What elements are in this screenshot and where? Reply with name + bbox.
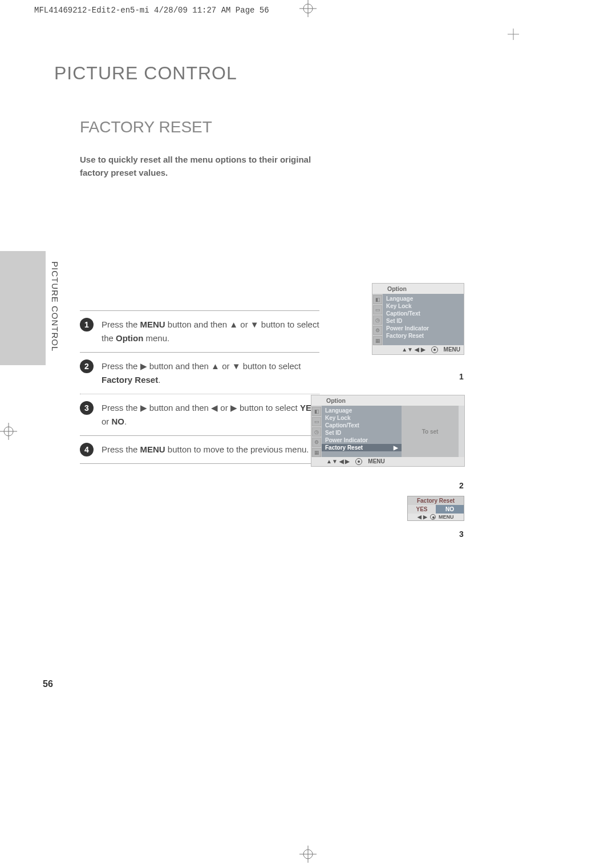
- osd-item: Power Indicator: [383, 325, 464, 332]
- enter-icon: [430, 514, 436, 520]
- osd-title: Option: [311, 395, 464, 406]
- osd-item: Language: [322, 407, 402, 414]
- time-icon: ◷: [312, 427, 321, 436]
- step-bullet: 1: [80, 318, 94, 332]
- osd-item: Factory Reset: [383, 332, 464, 339]
- intro-text: Use to quickly reset all the menu option…: [80, 153, 319, 179]
- osd-title: Option: [372, 284, 464, 294]
- osd-item-selected: Factory Reset▶: [322, 444, 402, 451]
- step-text: Press the MENU button and then ▲ or ▼ bu…: [102, 318, 319, 345]
- confirm-no-selected: NO: [436, 505, 464, 514]
- osd-item: Set ID: [383, 317, 464, 325]
- confirm-nav: ◀ ▶ MENU: [408, 514, 464, 520]
- step-bullet: 4: [80, 443, 94, 456]
- crop-mark-right-icon: [508, 29, 519, 42]
- osd-item: Key Lock: [383, 302, 464, 310]
- screen-icon: ▭: [373, 305, 382, 314]
- step-1: 1 Press the MENU button and then ▲ or ▼ …: [80, 310, 319, 352]
- confirm-title: Factory Reset: [408, 496, 464, 505]
- osd-nav-hints: ▲▼ ◀ ▶ MENU: [311, 457, 464, 466]
- osd-screenshot-1: Option ◧ ▭ ◷ ⚙ ▦ Language Key Lock Capti…: [372, 283, 464, 355]
- step-2: 2 Press the ▶ button and then ▲ or ▼ but…: [80, 352, 319, 394]
- step-text: Press the ▶ button and then ◀ or ▶ butto…: [102, 401, 319, 429]
- step-bullet: 2: [80, 359, 94, 373]
- chevron-right-icon: ▶: [394, 444, 398, 451]
- screen-icon: ▭: [312, 417, 321, 426]
- figure-ref-3: 3: [459, 529, 464, 539]
- picture-icon: ◧: [373, 295, 382, 304]
- osd-item-list: Language Key Lock Caption/Text Set ID Po…: [383, 294, 464, 345]
- confirm-yes: YES: [408, 505, 436, 514]
- osd-category-icons: ◧ ▭ ◷ ⚙ ▦: [311, 406, 322, 457]
- nav-menu: MENU: [368, 458, 384, 465]
- osd-category-icons: ◧ ▭ ◷ ⚙ ▦: [372, 294, 383, 345]
- picture-icon: ◧: [312, 407, 321, 416]
- option-icon: ⚙: [312, 438, 321, 447]
- figure-ref-2: 2: [459, 481, 464, 490]
- registration-mark-bottom-icon: [299, 846, 317, 865]
- registration-mark-left-icon: [0, 423, 17, 442]
- osd-item-list: Language Key Lock Caption/Text Set ID Po…: [322, 406, 402, 457]
- osd-item: Caption/Text: [322, 422, 402, 429]
- step-3: 3 Press the ▶ button and then ◀ or ▶ but…: [80, 394, 319, 435]
- osd-detail-pane: To set: [402, 406, 459, 457]
- osd-item: Set ID: [322, 429, 402, 436]
- enter-icon: [431, 346, 438, 353]
- lock-icon: ▦: [373, 336, 382, 345]
- nav-menu: MENU: [444, 346, 460, 353]
- chapter-title: PICTURE CONTROL: [54, 63, 471, 84]
- osd-item: Language: [383, 295, 464, 302]
- option-icon: ⚙: [373, 326, 382, 335]
- enter-icon: [355, 458, 362, 465]
- step-text: Press the MENU button to move to the pre…: [102, 443, 309, 456]
- osd-item: Key Lock: [322, 414, 402, 422]
- osd-confirm-dialog: Factory Reset YES NO ◀ ▶ MENU: [407, 496, 464, 521]
- osd-item: Caption/Text: [383, 310, 464, 317]
- registration-mark-top-icon: [299, 0, 317, 19]
- osd-nav-hints: ▲▼ ◀ ▶ MENU: [372, 345, 464, 354]
- side-tab-bar: [0, 251, 46, 365]
- step-bullet: 3: [80, 401, 94, 415]
- lock-icon: ▦: [312, 448, 321, 457]
- figure-ref-1: 1: [459, 372, 464, 381]
- nav-arrows: ▲▼ ◀ ▶: [326, 458, 350, 465]
- page-number: 56: [43, 679, 53, 689]
- steps-list: 1 Press the MENU button and then ▲ or ▼ …: [80, 310, 319, 464]
- osd-screenshot-2: Option ◧ ▭ ◷ ⚙ ▦ Language Key Lock Capti…: [311, 395, 465, 467]
- time-icon: ◷: [373, 316, 382, 325]
- osd-item: Power Indicator: [322, 436, 402, 444]
- step-text: Press the ▶ button and then ▲ or ▼ butto…: [102, 359, 319, 387]
- step-4: 4 Press the MENU button to move to the p…: [80, 435, 319, 464]
- print-header: MFL41469212-Edit2-en5-mi 4/28/09 11:27 A…: [34, 6, 269, 15]
- nav-arrows: ▲▼ ◀ ▶: [402, 346, 425, 353]
- section-title: FACTORY RESET: [80, 118, 471, 136]
